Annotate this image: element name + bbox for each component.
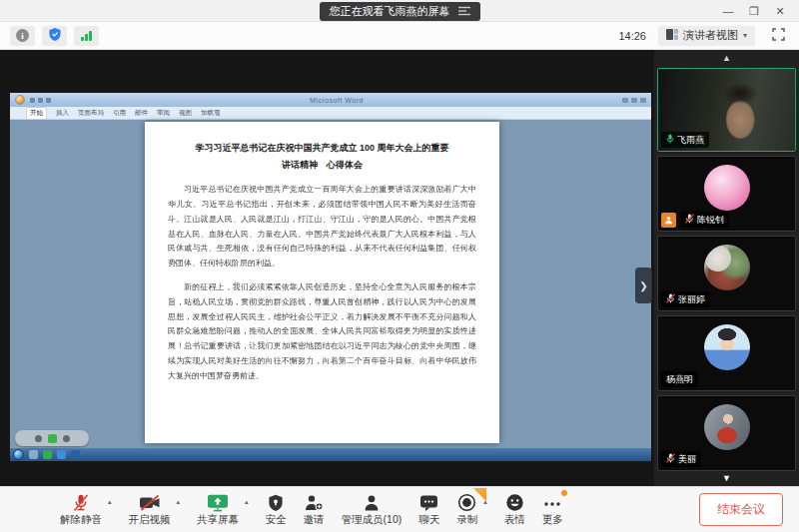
fullscreen-button[interactable] bbox=[767, 26, 789, 46]
security-shield-icon bbox=[268, 493, 284, 512]
banner-menu-icon[interactable] bbox=[458, 6, 470, 16]
meeting-info-button[interactable]: i bbox=[10, 26, 35, 46]
taskbar-app-icon bbox=[57, 450, 66, 459]
scroll-down-arrow[interactable]: ▼ bbox=[722, 472, 731, 484]
annotation-tool-icon bbox=[48, 434, 57, 443]
avatar bbox=[704, 324, 750, 370]
share-screen-button[interactable]: 共享屏幕 bbox=[197, 493, 239, 527]
meeting-timer: 14:26 bbox=[618, 30, 646, 42]
invite-label: 邀请 bbox=[304, 513, 325, 527]
document-paragraph: 新的征程上，我们必须紧紧依靠人民创造历史，坚持全心全意为人民服务的根本宗旨，站稳… bbox=[168, 280, 476, 384]
smiley-icon bbox=[505, 493, 524, 512]
minimize-button[interactable]: — bbox=[715, 0, 741, 22]
unmute-label: 解除静音 bbox=[60, 513, 102, 527]
view-controls-group: 14:26 演讲者视图 ▾ bbox=[618, 26, 789, 46]
end-meeting-button[interactable]: 结束会议 bbox=[699, 493, 783, 526]
participant-name: 杨燕明 bbox=[666, 373, 693, 386]
meeting-toolbar: 解除静音 ▴ 开启视频 ▴ 共享屏幕 ▴ 安全 邀请 管理成员(10) bbox=[0, 486, 799, 532]
avatar bbox=[704, 245, 750, 290]
network-quality-button[interactable] bbox=[74, 26, 99, 46]
video-options-caret[interactable]: ▴ bbox=[177, 498, 181, 506]
word-document-canvas: 学习习近平总书记在庆祝中国共产党成立 100 周年大会上的重要 讲话精神 心得体… bbox=[10, 120, 651, 448]
annotation-tool-icon bbox=[63, 435, 70, 442]
participant-tile[interactable]: 陈锐钊 bbox=[657, 156, 796, 232]
emoji-button[interactable]: 表情 bbox=[504, 493, 525, 527]
document-paragraph: 习近平总书记在庆祝中国共产党成立一百周年大会上的重要讲话深深激励着广大中华儿女。… bbox=[168, 183, 476, 271]
participant-tile[interactable]: 杨燕明 bbox=[657, 315, 796, 391]
shared-screen-stage: Microsoft Word 开始 插入 页面布局 引用 邮件 审阅 视图 加载… bbox=[0, 50, 654, 486]
taskbar-app-icon bbox=[71, 450, 80, 459]
invite-button[interactable]: 邀请 bbox=[304, 493, 325, 527]
chevron-down-icon: ▾ bbox=[743, 31, 747, 40]
share-options-caret[interactable]: ▴ bbox=[245, 498, 249, 506]
unmute-button[interactable]: 解除静音 bbox=[60, 493, 102, 527]
notification-dot bbox=[561, 490, 567, 496]
members-person-icon bbox=[364, 493, 380, 512]
record-button[interactable]: 录制 bbox=[456, 493, 477, 527]
ribbon-tab-addins: 加载项 bbox=[201, 109, 221, 118]
fullscreen-icon bbox=[772, 27, 785, 45]
viewing-screen-banner[interactable]: 您正在观看飞雨燕的屏幕 bbox=[320, 2, 480, 21]
participant-name: 飞雨燕 bbox=[677, 134, 704, 147]
meeting-security-button[interactable] bbox=[42, 26, 67, 46]
more-button[interactable]: 更多 bbox=[542, 493, 563, 527]
document-title-line2: 讲话精神 心得体会 bbox=[168, 157, 476, 174]
participant-tile[interactable]: 张丽婷 bbox=[657, 236, 796, 311]
scroll-up-arrow[interactable]: ▲ bbox=[722, 52, 731, 64]
sidebar-collapse-handle[interactable]: ❯ bbox=[635, 267, 652, 303]
avatar bbox=[704, 404, 750, 450]
invite-person-icon bbox=[304, 493, 324, 512]
ribbon-tab-view: 视图 bbox=[179, 109, 192, 118]
emoji-label: 表情 bbox=[504, 513, 525, 527]
ribbon-tab-references: 引用 bbox=[113, 109, 126, 118]
start-video-label: 开启视频 bbox=[129, 513, 171, 527]
screen-share-icon bbox=[207, 493, 229, 512]
window-titlebar: 您正在观看飞雨燕的屏幕 — ❐ ✕ bbox=[0, 0, 799, 22]
taskbar-app-icon bbox=[43, 450, 52, 459]
start-video-button[interactable]: 开启视频 bbox=[129, 493, 171, 527]
taskbar-app-icon bbox=[29, 450, 38, 459]
word-window-titlebar: Microsoft Word bbox=[10, 93, 651, 107]
ribbon-tab-home: 开始 bbox=[26, 107, 47, 119]
shared-desktop-taskbar bbox=[10, 448, 651, 461]
manage-members-label: 管理成员(10) bbox=[342, 513, 402, 527]
word-window-title: Microsoft Word bbox=[51, 97, 622, 104]
document-body: 习近平总书记在庆祝中国共产党成立一百周年大会上的重要讲话深深激励着广大中华儿女。… bbox=[168, 183, 476, 383]
participant-name: 美丽 bbox=[678, 453, 696, 466]
signal-bars-icon bbox=[81, 30, 92, 41]
shared-screen-content: Microsoft Word 开始 插入 页面布局 引用 邮件 审阅 视图 加载… bbox=[10, 93, 651, 461]
view-mode-button[interactable]: 演讲者视图 ▾ bbox=[658, 26, 755, 46]
window-controls: — ❐ ✕ bbox=[715, 0, 793, 22]
mic-off-icon bbox=[71, 493, 91, 512]
participant-name: 张丽婷 bbox=[678, 293, 705, 306]
participant-tile[interactable]: 飞雨燕 bbox=[657, 68, 796, 152]
ribbon-tab-layout: 页面布局 bbox=[78, 109, 104, 118]
meeting-status-group: i bbox=[10, 26, 99, 46]
viewing-screen-banner-text: 您正在观看飞雨燕的屏幕 bbox=[330, 4, 450, 19]
word-window-controls bbox=[622, 98, 646, 103]
annotation-tool-icon bbox=[35, 435, 42, 442]
share-annotation-toolbar[interactable] bbox=[15, 430, 89, 446]
more-dots-icon bbox=[542, 493, 562, 512]
record-icon bbox=[457, 493, 476, 512]
security-label: 安全 bbox=[266, 513, 287, 527]
office-orb-icon bbox=[15, 95, 25, 105]
close-button[interactable]: ✕ bbox=[767, 0, 793, 22]
record-label: 录制 bbox=[456, 513, 477, 527]
ribbon-tab-review: 审阅 bbox=[157, 109, 170, 118]
mic-on-icon bbox=[666, 134, 674, 146]
windows-start-icon bbox=[13, 449, 24, 460]
info-icon: i bbox=[16, 29, 29, 42]
avatar bbox=[704, 165, 750, 211]
participant-tile[interactable]: 美丽 bbox=[657, 395, 796, 471]
security-button[interactable]: 安全 bbox=[266, 493, 287, 527]
more-label: 更多 bbox=[542, 513, 563, 527]
chat-button[interactable]: 聊天 bbox=[418, 493, 439, 527]
share-screen-label: 共享屏幕 bbox=[197, 513, 239, 527]
layout-grid-icon bbox=[666, 29, 678, 42]
mic-options-caret[interactable]: ▴ bbox=[108, 498, 112, 506]
chat-bubble-icon bbox=[419, 493, 438, 512]
camera-off-icon bbox=[139, 493, 161, 512]
maximize-button[interactable]: ❐ bbox=[741, 0, 767, 22]
manage-members-button[interactable]: 管理成员(10) bbox=[342, 493, 402, 527]
